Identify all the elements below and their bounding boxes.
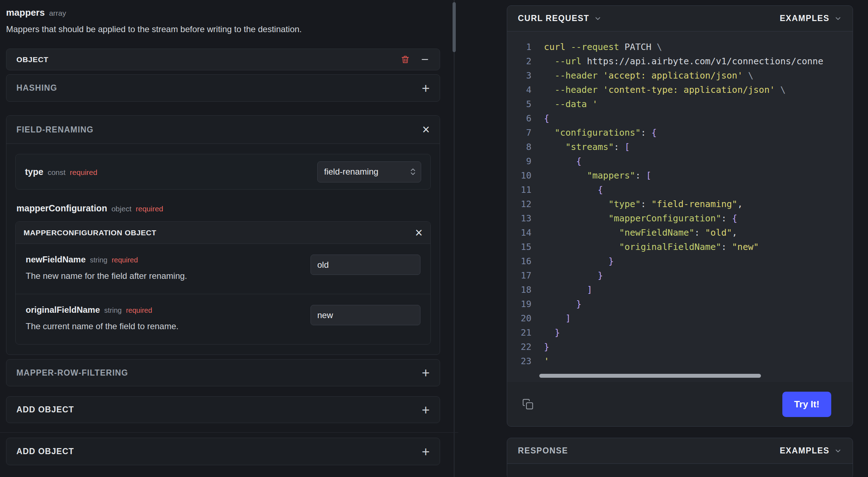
response-title: RESPONSE (518, 446, 568, 456)
hashing-section[interactable]: HASHING + (6, 74, 440, 102)
close-mapper-configuration-icon[interactable]: × (415, 226, 423, 239)
line-number: 1 (507, 40, 531, 54)
curl-request-title: CURL REQUEST (518, 14, 589, 23)
property-name: mappers (6, 7, 45, 18)
new-field-name-kind: string (90, 256, 107, 264)
type-property-name: type (25, 167, 43, 177)
copy-code-button[interactable] (522, 398, 534, 410)
response-body (507, 464, 853, 477)
line-number: 10 (507, 169, 531, 183)
original-field-name-info: originalFieldName string required The cu… (26, 305, 178, 331)
response-header: RESPONSE EXAMPLES (507, 438, 853, 464)
new-field-name-info: newFieldName string required The new nam… (26, 255, 187, 281)
mapper-row-filtering-section[interactable]: MAPPER-ROW-FILTERING + (6, 359, 440, 386)
code-pane: CURL REQUEST EXAMPLES 1curl --request PA… (458, 0, 868, 477)
property-title-row: mappers array (6, 7, 440, 18)
horizontal-scrollbar-track (539, 374, 847, 378)
mapper-configuration-name: mapperConfiguration (16, 203, 107, 214)
line-number: 14 (507, 226, 531, 240)
mapper-configuration-meta: mapperConfiguration object required (16, 203, 430, 214)
add-object-plus-icon: + (422, 403, 430, 417)
original-field-name-description: The current name of the field to rename. (26, 321, 178, 331)
original-field-name-input[interactable] (311, 305, 420, 325)
new-field-name-label: newFieldName (26, 255, 86, 265)
type-required-badge: required (70, 168, 97, 177)
new-field-name-meta: newFieldName string required (26, 255, 187, 265)
chevron-down-icon (834, 15, 842, 22)
line-number: 22 (507, 340, 531, 354)
try-it-button[interactable]: Try It! (782, 392, 831, 417)
chevron-down-icon (834, 447, 842, 455)
field-renaming-header[interactable]: FIELD-RENAMING × (6, 116, 440, 144)
delete-object-button[interactable] (400, 55, 410, 64)
close-field-renaming-icon[interactable]: × (422, 123, 430, 136)
code-line: 3 --header 'accept: application/json' \ (507, 69, 853, 83)
add-object-outer-plus-icon: + (422, 445, 430, 458)
response-toggle[interactable]: RESPONSE (518, 446, 568, 456)
original-field-name-meta: originalFieldName string required (26, 305, 178, 315)
line-number: 9 (507, 154, 531, 169)
add-object-outer-button[interactable]: ADD OBJECT + (6, 438, 440, 465)
vertical-scrollbar[interactable] (453, 2, 456, 52)
trash-icon (400, 55, 410, 64)
line-number: 20 (507, 311, 531, 326)
examples-dropdown[interactable]: EXAMPLES (780, 14, 842, 23)
select-stepper-icon (409, 166, 417, 177)
code-editor: 1curl --request PATCH \2 --url https://a… (507, 31, 853, 382)
code-line: 10 "mappers": [ (507, 169, 853, 183)
code-line: 16 } (507, 254, 853, 268)
line-number: 12 (507, 197, 531, 211)
line-number: 2 (507, 54, 531, 69)
code-line: 2 --url https://api.airbyte.com/v1/conne… (507, 54, 853, 69)
line-number: 8 (507, 140, 531, 154)
field-renaming-body: type const required field-renaming mappe… (6, 144, 440, 355)
hashing-section-label: HASHING (16, 83, 57, 93)
object-item-actions (400, 55, 430, 64)
type-property-kind: const (47, 168, 65, 177)
curl-request-header: CURL REQUEST EXAMPLES (507, 6, 853, 31)
copy-icon (522, 398, 534, 410)
mapper-configuration-panel: MAPPERCONFIGURATION OBJECT × newFieldNam… (15, 221, 431, 345)
code-line: 23' (507, 354, 853, 368)
object-item-header: OBJECT (6, 49, 440, 70)
minus-icon (420, 55, 430, 64)
line-number: 21 (507, 326, 531, 340)
code-line: 11 { (507, 183, 853, 197)
horizontal-scrollbar[interactable] (539, 374, 761, 378)
code-line: 20 ] (507, 311, 853, 326)
code-line: 14 "newFieldName": "old", (507, 226, 853, 240)
mapper-configuration-header: MAPPERCONFIGURATION OBJECT × (16, 222, 430, 244)
add-object-label: ADD OBJECT (16, 405, 74, 415)
line-number: 16 (507, 254, 531, 268)
expand-hashing-icon: + (422, 81, 430, 95)
code-line: 15 "originalFieldName": "new" (507, 240, 853, 254)
new-field-name-input[interactable] (311, 255, 420, 275)
code-line: 12 "type": "field-renaming", (507, 197, 853, 211)
curl-request-footer: Try It! (507, 382, 853, 426)
new-field-name-description: The new name for the field after renamin… (26, 271, 187, 281)
line-number: 4 (507, 83, 531, 97)
code-line: 8 "streams": [ (507, 140, 853, 154)
add-object-button[interactable]: ADD OBJECT + (6, 396, 440, 423)
field-renaming-label: FIELD-RENAMING (16, 125, 94, 135)
code-line: 21 } (507, 326, 853, 340)
collapse-object-button[interactable] (420, 55, 430, 64)
line-number: 18 (507, 283, 531, 297)
code-line: 4 --header 'content-type: application/js… (507, 83, 853, 97)
original-field-name-kind: string (104, 306, 122, 315)
line-number: 7 (507, 126, 531, 140)
response-examples-dropdown[interactable]: EXAMPLES (780, 446, 842, 456)
code-line: 17 } (507, 268, 853, 283)
code-line: 19 } (507, 297, 853, 311)
scrollbar-track (454, 0, 455, 477)
code-line: 7 "configurations": { (507, 126, 853, 140)
mapper-row-filtering-label: MAPPER-ROW-FILTERING (16, 368, 128, 378)
line-number: 5 (507, 97, 531, 111)
new-field-name-row: newFieldName string required The new nam… (16, 244, 430, 294)
type-select[interactable]: field-renaming (317, 161, 421, 182)
curl-request-toggle[interactable]: CURL REQUEST (518, 14, 602, 23)
code-line: 1curl --request PATCH \ (507, 40, 853, 54)
line-number: 3 (507, 69, 531, 83)
new-field-name-required-badge: required (112, 256, 138, 264)
code-line: 18 ] (507, 283, 853, 297)
